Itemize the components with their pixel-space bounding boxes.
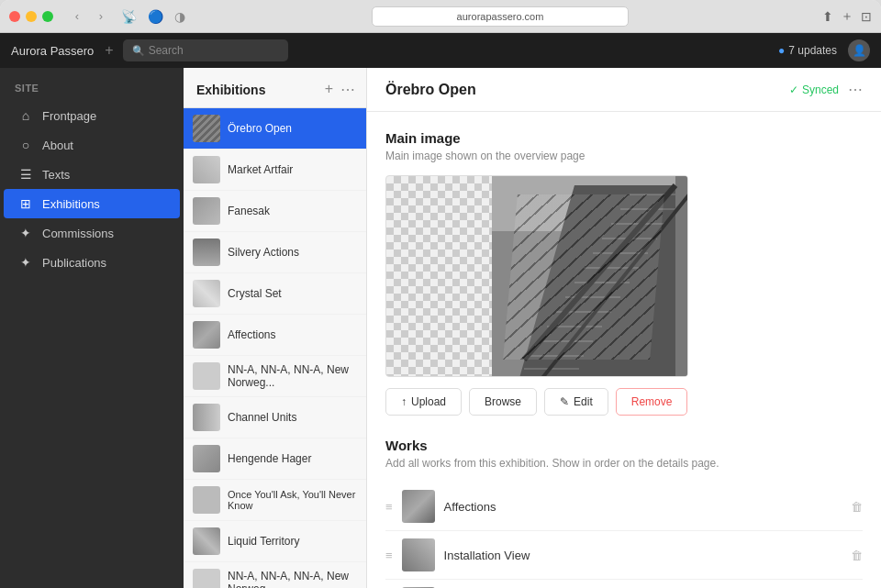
extensions-icon[interactable]: ⊡ (861, 9, 872, 24)
exhibition-name-once: Once You'll Ask, You'll Never Know (228, 489, 357, 511)
edit-label: Edit (574, 395, 593, 408)
app-body: Site ⌂ Frontpage ○ About ☰ Texts ⊞ Exhib… (0, 68, 881, 588)
upload-label: Upload (411, 395, 446, 408)
exhibition-list: Örebro Open Market Artfair Fanesak Silve… (184, 108, 366, 588)
work-name-affections: Affections (444, 500, 842, 514)
upload-icon: ↑ (401, 395, 407, 408)
home-icon: ⌂ (18, 108, 33, 123)
main-content: Örebro Open ✓ Synced ⋯ Main image Main i… (367, 68, 881, 588)
exhibition-item-crystal[interactable]: Crystal Set (184, 273, 366, 315)
exhibition-thumb-hengende (193, 445, 220, 472)
sidebar-item-publications[interactable]: ✦ Publications (4, 248, 180, 277)
publications-icon: ✦ (18, 255, 33, 270)
work-name-install1: Installation View (444, 549, 842, 562)
exhibition-item-orebro[interactable]: Örebro Open (184, 108, 366, 150)
add-exhibition-button[interactable]: + (325, 81, 333, 98)
exhibition-thumb-silvery (193, 239, 220, 266)
panel-header: Exhibitions + ⋯ (184, 68, 366, 108)
delete-work-install1-button[interactable]: 🗑 (851, 549, 863, 562)
exhibition-item-fanesak[interactable]: Fanesak (184, 191, 366, 232)
exhibition-item-affections[interactable]: Affections (184, 315, 366, 356)
exhibition-item-once[interactable]: Once You'll Ask, You'll Never Know (184, 480, 366, 521)
svg-rect-1 (492, 176, 687, 231)
sidebar-item-exhibitions[interactable]: ⊞ Exhibitions (4, 189, 180, 218)
escalator-svg (492, 176, 687, 376)
edit-icon: ✎ (560, 395, 569, 408)
browser-titlebar: ‹ › 📡 🔵 ◑ aurorapassero.com ⬆ ＋ ⊡ (0, 0, 881, 33)
content-title: Örebro Open (385, 82, 789, 98)
commissions-icon: ✦ (18, 226, 33, 240)
forward-button[interactable]: › (92, 7, 110, 26)
drag-handle-icon[interactable]: ≡ (385, 500, 393, 514)
address-bar[interactable]: aurorapassero.com (372, 6, 629, 27)
maximize-button[interactable] (42, 11, 53, 22)
drag-handle-icon[interactable]: ≡ (385, 549, 393, 562)
exhibition-name-nna1: NN-A, NN-A, NN-A, New Norweg... (228, 363, 357, 389)
content-menu-button[interactable]: ⋯ (848, 81, 863, 98)
add-tab-icon[interactable]: ＋ (841, 8, 853, 25)
rss-icon: 📡 (121, 9, 137, 24)
content-body: Main image Main image shown on the overv… (367, 112, 881, 588)
share-icon[interactable]: ⬆ (822, 9, 833, 24)
works-section: Works Add all works from this exhibition… (385, 438, 863, 588)
sidebar-item-commissions[interactable]: ✦ Commissions (4, 218, 180, 248)
panel-actions: + ⋯ (325, 81, 355, 98)
exhibitions-menu-button[interactable]: ⋯ (340, 81, 355, 98)
remove-button[interactable]: Remove (616, 388, 688, 416)
exhibition-item-channel[interactable]: Channel Units (184, 397, 366, 438)
exhibition-thumb-nna2 (193, 569, 220, 588)
upload-button[interactable]: ↑ Upload (385, 388, 462, 416)
back-button[interactable]: ‹ (68, 7, 86, 26)
main-image-section: Main image Main image shown on the overv… (385, 130, 863, 416)
search-input[interactable]: 🔍 Search (123, 39, 288, 61)
address-bar-wrap: aurorapassero.com (193, 6, 808, 27)
exhibition-item-hengende[interactable]: Hengende Hager (184, 438, 366, 480)
browse-button[interactable]: Browse (469, 388, 537, 416)
shield-icon: 🔵 (148, 9, 163, 24)
exhibitions-icon: ⊞ (18, 196, 33, 211)
browse-label: Browse (485, 395, 521, 408)
user-avatar[interactable]: 👤 (848, 39, 870, 61)
edit-button[interactable]: ✎ Edit (544, 388, 608, 416)
sidebar: Site ⌂ Frontpage ○ About ☰ Texts ⊞ Exhib… (0, 68, 184, 588)
sidebar-item-texts[interactable]: ☰ Texts (4, 160, 180, 189)
minimize-button[interactable] (26, 11, 37, 22)
image-actions: ↑ Upload Browse ✎ Edit Remove (385, 388, 863, 416)
about-icon: ○ (18, 138, 33, 152)
exhibition-name-market: Market Artfair (228, 163, 293, 176)
exhibition-name-channel: Channel Units (228, 411, 296, 424)
panel-title: Exhibitions (196, 83, 325, 97)
exhibition-item-market[interactable]: Market Artfair (184, 150, 366, 191)
sidebar-item-about[interactable]: ○ About (4, 130, 180, 160)
work-item-install1: ≡ Installation View 🗑 (385, 531, 863, 580)
exhibition-item-silvery[interactable]: Silvery Actions (184, 232, 366, 273)
new-tab-button[interactable]: + (105, 42, 113, 59)
work-item-affections: ≡ Affections 🗑 (385, 483, 863, 531)
exhibition-name-nna2: NN-A, NN-A, NN-A, New Norweg... (228, 570, 357, 588)
works-desc: Add all works from this exhibition. Show… (385, 457, 863, 470)
synced-label: Synced (802, 83, 839, 96)
close-button[interactable] (9, 11, 20, 22)
exhibition-item-nna1[interactable]: NN-A, NN-A, NN-A, New Norweg... (184, 356, 366, 397)
avatar-icon: 👤 (853, 44, 866, 57)
exhibition-item-nna2[interactable]: NN-A, NN-A, NN-A, New Norweg... (184, 562, 366, 588)
sidebar-label-exhibitions: Exhibitions (42, 197, 100, 211)
section-desc-image: Main image shown on the overview page (385, 150, 863, 162)
browser-window: ‹ › 📡 🔵 ◑ aurorapassero.com ⬆ ＋ ⊡ Aurora… (0, 0, 881, 588)
updates-badge[interactable]: ● 7 updates (778, 44, 837, 57)
exhibition-thumb-market (193, 156, 220, 183)
sidebar-label-publications: Publications (42, 256, 106, 270)
traffic-lights (9, 11, 53, 22)
escalator-image (492, 176, 687, 376)
exhibition-item-liquid[interactable]: Liquid Territory (184, 521, 366, 562)
svg-marker-3 (519, 185, 685, 376)
delete-work-affections-button[interactable]: 🗑 (851, 500, 863, 514)
browser-actions: ⬆ ＋ ⊡ (822, 8, 872, 25)
exhibition-name-fanesak: Fanesak (228, 205, 270, 217)
works-list: ≡ Affections 🗑 ≡ Installation View 🗑 (385, 483, 863, 588)
synced-badge: ✓ Synced (789, 83, 839, 96)
sidebar-item-frontpage[interactable]: ⌂ Frontpage (4, 101, 180, 130)
exhibition-thumb-affections (193, 321, 220, 349)
sidebar-label-frontpage: Frontpage (42, 109, 96, 123)
search-placeholder: Search (149, 44, 184, 57)
